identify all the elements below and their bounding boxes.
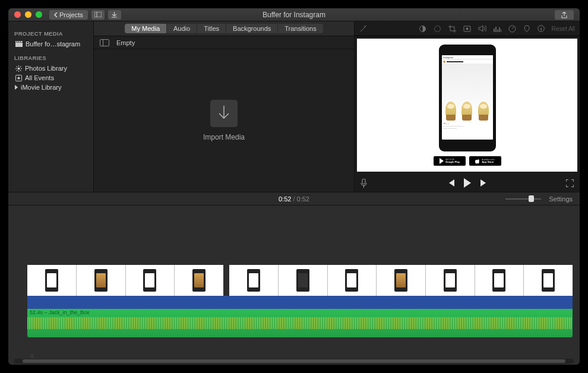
svg-point-14 (434, 26, 440, 31)
next-button[interactable] (480, 179, 488, 186)
stabilize-icon[interactable] (463, 26, 471, 32)
timeline-clip[interactable] (523, 265, 573, 296)
svg-rect-0 (94, 12, 102, 17)
projects-back-button[interactable]: Projects (49, 10, 88, 20)
timeline-clip[interactable] (278, 265, 327, 296)
phone-mockup: Instagram ❤ ◯ ▷— — — — — — — — —— — — — … (439, 45, 496, 151)
media-tabbar: My Media Audio Titles Backgrounds Transi… (94, 21, 354, 36)
svg-point-16 (466, 27, 468, 30)
timeline-clip[interactable] (174, 265, 223, 296)
tab-transitions[interactable]: Transitions (278, 24, 323, 33)
sidebar-photos-label: Photos Library (25, 65, 67, 72)
svg-rect-19 (362, 179, 365, 184)
color-wheel-icon[interactable] (434, 25, 441, 33)
audio-clip-label: 52.4s – Jack_in_the_Box (30, 309, 90, 315)
flower-icon (15, 65, 22, 72)
wand-icon[interactable] (359, 25, 367, 33)
import-media-label: Import Media (203, 133, 245, 141)
timeline-clip[interactable] (475, 265, 524, 296)
audio-waveform (27, 317, 573, 329)
volume-icon[interactable] (478, 25, 486, 32)
close-button[interactable] (14, 11, 21, 18)
timeline-clip[interactable] (27, 265, 76, 296)
sidebar-events-label: All Events (25, 74, 54, 81)
sidebar-imovie-label: iMovie Library (21, 84, 61, 91)
playback-controls (355, 174, 580, 192)
timeline-clip[interactable] (376, 265, 425, 296)
timeline-zoom-slider[interactable] (505, 195, 541, 203)
timeline-clip[interactable] (76, 265, 125, 296)
google-play-badge: GET IT ONGoogle Play (434, 156, 466, 166)
zoom-button[interactable] (36, 11, 42, 18)
reset-all-button[interactable]: Reset All (552, 26, 575, 32)
tab-audio[interactable]: Audio (167, 24, 197, 33)
speed-icon[interactable] (508, 25, 516, 33)
timeline-clip[interactable] (229, 265, 278, 296)
crop-icon[interactable] (448, 25, 456, 33)
prev-button[interactable] (447, 179, 455, 186)
info-icon[interactable] (538, 25, 545, 32)
video-track[interactable] (27, 265, 573, 296)
sidebar-header-project: PROJECT MEDIA (8, 24, 93, 39)
svg-line-10 (17, 70, 17, 71)
timeline-clip[interactable] (125, 265, 175, 296)
play-button[interactable] (463, 178, 472, 188)
timeline[interactable]: 52.4s – Jack_in_the_Box ♫ (8, 206, 580, 365)
download-arrow-icon (217, 106, 230, 121)
svg-line-8 (17, 66, 17, 67)
clapper-icon (15, 41, 23, 47)
tab-backgrounds[interactable]: Backgrounds (226, 24, 278, 33)
library-toggle-button[interactable] (91, 10, 105, 20)
fullscreen-icon[interactable] (566, 179, 574, 187)
tab-my-media[interactable]: My Media (125, 24, 167, 33)
sidebar-item-project[interactable]: Buffer fo…stagram (8, 39, 93, 49)
svg-line-11 (20, 66, 21, 67)
timeline-scrollbar[interactable] (14, 359, 574, 363)
window-titlebar: Projects Buffer for Instagram (8, 8, 580, 21)
sidebar-header-libraries: LIBRARIES (8, 49, 93, 64)
mic-icon[interactable] (361, 179, 367, 188)
sidebar-item-imovie[interactable]: iMovie Library (8, 83, 93, 92)
time-display-bar: 0:52 / 0:52 Settings (8, 192, 580, 206)
sidebar-item-events[interactable]: All Events (8, 73, 93, 83)
minimize-button[interactable] (25, 11, 31, 18)
audio-clip[interactable]: 52.4s – Jack_in_the_Box (27, 309, 573, 337)
star-box-icon (15, 75, 22, 81)
sidebar-item-photos[interactable]: Photos Library (8, 64, 93, 73)
settings-button[interactable]: Settings (549, 195, 573, 203)
filter-icon[interactable] (523, 25, 530, 33)
list-view-icon[interactable] (100, 39, 109, 46)
share-button[interactable] (555, 10, 574, 20)
current-time: 0:52 (279, 195, 291, 203)
music-track-hint: ♫ (30, 352, 34, 359)
projects-label: Projects (59, 11, 83, 18)
media-sidebar: PROJECT MEDIA Buffer fo…stagram LIBRARIE… (8, 21, 94, 192)
tab-titles[interactable]: Titles (197, 24, 226, 33)
timeline-clip[interactable] (425, 265, 475, 296)
equalizer-icon[interactable] (494, 26, 501, 32)
phone-app-title: Instagram (442, 55, 493, 59)
import-media-button[interactable] (210, 100, 238, 127)
import-button[interactable] (108, 10, 121, 20)
preview-viewer: Instagram ❤ ◯ ▷— — — — — — — — —— — — — … (357, 39, 577, 172)
browser-list-label: Empty (116, 39, 135, 46)
sidebar-project-label: Buffer fo…stagram (26, 40, 80, 48)
color-balance-icon[interactable] (419, 25, 426, 33)
svg-rect-2 (15, 43, 23, 47)
svg-point-3 (18, 67, 20, 69)
svg-line-9 (20, 70, 21, 71)
viewer-toolbar: Reset All (355, 21, 580, 36)
video-track-filmstrip (27, 296, 573, 309)
app-store-badge: Available on theApp Store (469, 156, 501, 166)
disclosure-triangle-icon (15, 85, 18, 90)
total-time: 0:52 (297, 195, 309, 203)
timeline-clip[interactable] (327, 265, 377, 296)
